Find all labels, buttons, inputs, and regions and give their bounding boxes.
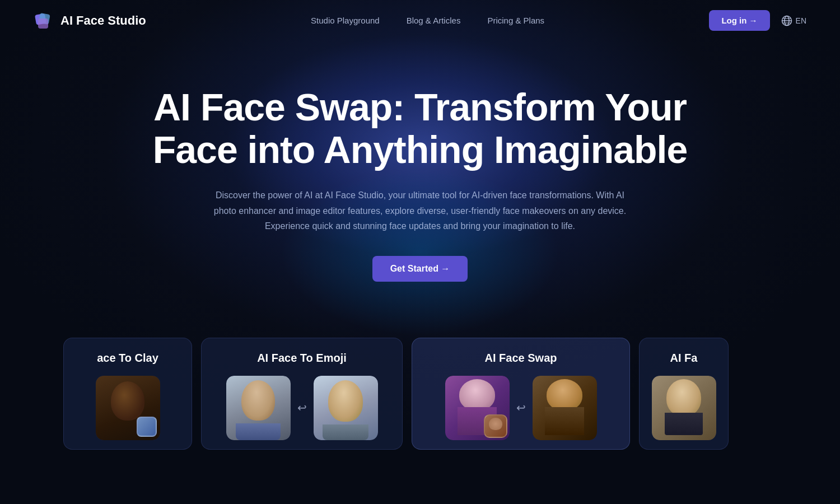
login-button[interactable]: Log in →	[709, 10, 769, 31]
card-last-title: AI Fa	[670, 352, 698, 365]
logo-icon	[34, 11, 54, 31]
card-clay[interactable]: ace To Clay	[63, 338, 192, 450]
get-started-button[interactable]: Get Started →	[372, 256, 468, 282]
language-selector[interactable]: EN	[781, 15, 806, 26]
card-swap-title: AI Face Swap	[485, 352, 557, 365]
card-last-before-image	[652, 376, 716, 440]
nav-blog-articles[interactable]: Blog & Articles	[407, 16, 461, 25]
card-clay-images	[96, 376, 160, 440]
cards-row: ace To Clay AI Face To Emoji ↩	[0, 338, 840, 450]
nav-studio-playground[interactable]: Studio Playground	[311, 16, 380, 25]
card-clay-title: ace To Clay	[97, 352, 158, 365]
nav-links: Studio Playground Blog & Articles Pricin…	[311, 16, 544, 25]
lang-label: EN	[796, 16, 806, 25]
hero-description: Discover the power of AI at AI Face Stud…	[207, 188, 633, 234]
card-emoji-before-image	[226, 376, 291, 440]
card-swap-before-image	[445, 376, 510, 440]
emoji-arrow-icon: ↩	[297, 401, 307, 414]
globe-icon	[781, 15, 792, 26]
card-clay-before-image	[96, 376, 160, 440]
card-swap-images: ↩	[445, 376, 597, 440]
hero-section: AI Face Swap: Transform Your Face into A…	[0, 41, 840, 315]
logo-text: AI Face Studio	[60, 13, 146, 28]
card-emoji-title: AI Face To Emoji	[257, 352, 347, 365]
svg-rect-2	[38, 18, 48, 29]
card-emoji-images: ↩	[226, 376, 378, 440]
logo[interactable]: AI Face Studio	[34, 11, 146, 31]
card-last-images	[652, 376, 716, 440]
card-last[interactable]: AI Fa	[639, 338, 729, 450]
nav-pricing-plans[interactable]: Pricing & Plans	[487, 16, 544, 25]
hero-title: AI Face Swap: Transform Your Face into A…	[140, 86, 700, 171]
card-emoji-after-image	[314, 376, 378, 440]
card-swap-after-image	[533, 376, 597, 440]
card-emoji[interactable]: AI Face To Emoji ↩	[201, 338, 403, 450]
navbar: AI Face Studio Studio Playground Blog & …	[0, 0, 840, 41]
card-swap[interactable]: AI Face Swap ↩	[412, 338, 630, 450]
swap-arrow-icon: ↩	[516, 401, 526, 414]
nav-right: Log in → EN	[709, 10, 806, 31]
